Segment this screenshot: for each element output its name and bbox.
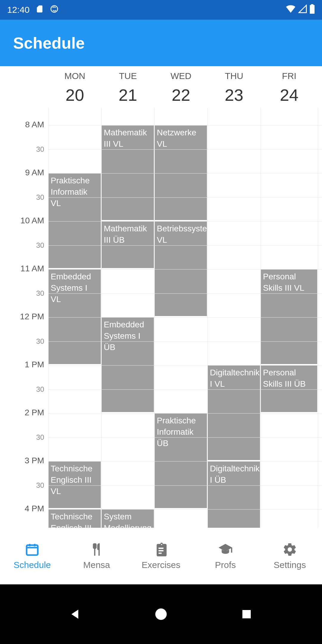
time-label-half: 30: [36, 337, 44, 346]
time-label-hour: 9 AM: [25, 168, 44, 177]
event-thu-1[interactable]: Digitaltechnik I ÜB: [208, 461, 260, 534]
day-col-fri: Personal Skills III VLPersonal Skills II…: [261, 108, 318, 534]
event-tue-2[interactable]: Embedded Systems I ÜB: [101, 317, 154, 413]
day-header-row: MON 20 TUE 21 WED 22 THU 23 FRI 24: [0, 66, 322, 108]
event-thu-0[interactable]: Digitaltechnik I VL: [208, 365, 260, 461]
day-header-wed[interactable]: WED 22: [154, 69, 208, 108]
time-label-half: 30: [36, 145, 44, 154]
event-wed-2[interactable]: Praktische Informatik ÜB: [154, 413, 207, 509]
event-fri-1[interactable]: Personal Skills III ÜB: [261, 365, 317, 413]
time-label-hour: 1 PM: [25, 360, 44, 369]
time-label-half: 30: [36, 433, 44, 442]
day-col-thu: Digitaltechnik I VLDigitaltechnik I ÜB: [208, 108, 261, 534]
schedule-grid[interactable]: 8 AM309 AM3010 AM3011 AM3012 PM301 PM302…: [0, 108, 322, 534]
svg-rect-6: [242, 610, 251, 618]
time-label-hour: 3 PM: [25, 456, 44, 465]
nav-profs[interactable]: Profs: [193, 528, 258, 584]
day-header-tue[interactable]: TUE 21: [101, 69, 154, 108]
sd-card-icon: [35, 5, 44, 15]
svg-rect-2: [311, 4, 313, 5]
svg-point-4: [288, 548, 292, 552]
battery-icon: [309, 4, 315, 16]
svg-point-5: [155, 609, 167, 620]
nav-mensa[interactable]: Mensa: [64, 528, 129, 584]
app-bar: Schedule: [0, 20, 322, 66]
day-col-mon: Praktische Informatik VLEmbedded Systems…: [48, 108, 101, 534]
day-col-wed: Netzwerke VLBetriebssysteme VLPraktische…: [154, 108, 208, 534]
event-mon-2[interactable]: Technische Englisch III VL: [48, 461, 101, 509]
nav-schedule[interactable]: Schedule: [0, 528, 64, 584]
time-label-hour: 2 PM: [25, 408, 44, 417]
system-nav: [0, 584, 322, 644]
signal-icon: [298, 4, 307, 16]
svg-rect-1: [310, 5, 315, 13]
event-mon-0[interactable]: Praktische Informatik VL: [48, 173, 101, 269]
event-tue-1[interactable]: Mathematik III ÜB: [101, 221, 154, 269]
day-col-tue: Mathematik III VLMathematik III ÜBEmbedd…: [101, 108, 154, 534]
day-header-fri[interactable]: FRI 24: [261, 69, 318, 108]
time-label-hour: 8 AM: [25, 120, 44, 129]
event-wed-1[interactable]: Betriebssysteme VL: [154, 221, 207, 317]
time-label-half: 30: [36, 241, 44, 250]
event-mon-1[interactable]: Embedded Systems I VL: [48, 269, 101, 365]
bottom-nav: Schedule Mensa Exercises Profs Settings: [0, 528, 322, 584]
wifi-icon: [286, 4, 296, 16]
event-tue-0[interactable]: Mathematik III VL: [101, 125, 154, 221]
nav-exercises[interactable]: Exercises: [129, 528, 193, 584]
status-bar: 12:40: [0, 0, 322, 20]
recent-button[interactable]: [238, 605, 256, 623]
day-header-mon[interactable]: MON 20: [48, 69, 101, 108]
time-label-half: 30: [36, 289, 44, 298]
restaurant-icon: [89, 542, 104, 557]
event-fri-0[interactable]: Personal Skills III VL: [261, 269, 317, 365]
time-label-half: 30: [36, 481, 44, 490]
grid-body: Praktische Informatik VLEmbedded Systems…: [48, 108, 322, 534]
event-wed-0[interactable]: Netzwerke VL: [154, 125, 207, 221]
status-time: 12:40: [7, 5, 30, 15]
back-button[interactable]: [66, 605, 84, 623]
page-title: Schedule: [13, 34, 85, 52]
gear-icon: [282, 542, 297, 557]
calendar-icon: [25, 542, 40, 557]
time-label-hour: 4 PM: [25, 504, 44, 513]
time-label-half: 30: [36, 385, 44, 394]
home-button[interactable]: [152, 605, 170, 623]
sync-disabled-icon: [50, 4, 59, 16]
time-label-half: 30: [36, 193, 44, 202]
time-label-hour: 12 PM: [20, 312, 44, 321]
time-label-hour: 10 AM: [21, 216, 44, 225]
nav-settings[interactable]: Settings: [258, 528, 322, 584]
svg-rect-3: [27, 545, 38, 555]
day-header-thu[interactable]: THU 23: [208, 69, 261, 108]
clipboard-icon: [154, 542, 168, 557]
time-gutter: 8 AM309 AM3010 AM3011 AM3012 PM301 PM302…: [0, 108, 48, 534]
graduation-cap-icon: [218, 542, 233, 557]
time-label-hour: 11 AM: [21, 264, 44, 273]
